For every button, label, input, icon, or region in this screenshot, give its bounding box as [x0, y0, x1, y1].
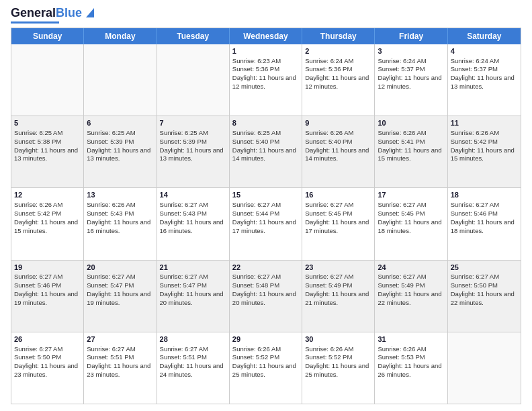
sunrise-text: Sunrise: 6:27 AM [14, 345, 81, 354]
day-number: 24 [378, 263, 444, 273]
daylight-text: Daylight: 11 hours and 16 minutes. [87, 218, 153, 236]
sunrise-text: Sunrise: 6:27 AM [87, 273, 153, 281]
daylight-text: Daylight: 11 hours and 22 minutes. [378, 290, 444, 308]
daylight-text: Daylight: 11 hours and 23 minutes. [14, 362, 81, 379]
day-number: 3 [378, 46, 444, 56]
daylight-text: Daylight: 11 hours and 26 minutes. [378, 362, 444, 379]
day-number: 8 [232, 118, 299, 128]
sunrise-text: Sunrise: 6:26 AM [87, 201, 153, 210]
day-number: 28 [160, 334, 226, 345]
logo-text: GeneralBlue [11, 7, 82, 20]
sunset-text: Sunset: 5:53 PM [378, 353, 444, 362]
day-number: 5 [14, 118, 81, 128]
calendar-cell: 29Sunrise: 6:26 AMSunset: 5:52 PMDayligh… [230, 332, 302, 404]
calendar-cell: 2Sunrise: 6:24 AMSunset: 5:36 PMDaylight… [302, 44, 375, 116]
sunrise-text: Sunrise: 6:26 AM [451, 129, 518, 138]
sunset-text: Sunset: 5:48 PM [232, 281, 299, 290]
calendar-cell: 15Sunrise: 6:27 AMSunset: 5:44 PMDayligh… [230, 188, 302, 259]
sunrise-text: Sunrise: 6:25 AM [160, 129, 226, 138]
daylight-text: Daylight: 11 hours and 21 minutes. [305, 290, 371, 308]
sunset-text: Sunset: 5:51 PM [160, 353, 226, 362]
sunrise-text: Sunrise: 6:27 AM [305, 201, 371, 210]
sunrise-text: Sunrise: 6:26 AM [378, 129, 444, 138]
calendar-cell: 17Sunrise: 6:27 AMSunset: 5:45 PMDayligh… [375, 188, 447, 259]
daylight-text: Daylight: 11 hours and 19 minutes. [87, 290, 153, 308]
daylight-text: Daylight: 11 hours and 15 minutes. [14, 218, 81, 236]
sunset-text: Sunset: 5:42 PM [451, 138, 518, 146]
svg-marker-0 [86, 8, 94, 17]
day-number: 18 [451, 190, 518, 200]
calendar-cell: 18Sunrise: 6:27 AMSunset: 5:46 PMDayligh… [448, 188, 521, 259]
day-number: 10 [378, 118, 444, 128]
calendar-cell: 4Sunrise: 6:24 AMSunset: 5:37 PMDaylight… [448, 44, 521, 116]
sunrise-text: Sunrise: 6:27 AM [14, 273, 81, 281]
day-number: 29 [232, 334, 299, 345]
day-number: 21 [160, 263, 226, 273]
calendar-cell: 26Sunrise: 6:27 AMSunset: 5:50 PMDayligh… [11, 332, 84, 404]
sunrise-text: Sunrise: 6:24 AM [451, 57, 518, 66]
daylight-text: Daylight: 11 hours and 17 minutes. [305, 218, 371, 236]
sunrise-text: Sunrise: 6:26 AM [378, 345, 444, 354]
sunset-text: Sunset: 5:37 PM [378, 65, 444, 74]
calendar-cell: 24Sunrise: 6:27 AMSunset: 5:49 PMDayligh… [375, 261, 447, 332]
daylight-text: Daylight: 11 hours and 20 minutes. [160, 290, 226, 308]
sunset-text: Sunset: 5:37 PM [451, 65, 518, 74]
daylight-text: Daylight: 11 hours and 23 minutes. [87, 362, 153, 379]
day-number: 31 [378, 334, 444, 345]
day-number: 2 [305, 46, 371, 56]
day-number: 16 [305, 190, 371, 200]
sunrise-text: Sunrise: 6:27 AM [305, 273, 371, 281]
calendar-week-2: 5Sunrise: 6:25 AMSunset: 5:38 PMDaylight… [11, 116, 521, 187]
day-number: 26 [14, 334, 81, 345]
calendar-cell: 16Sunrise: 6:27 AMSunset: 5:45 PMDayligh… [302, 188, 375, 259]
sunset-text: Sunset: 5:36 PM [305, 65, 371, 74]
day-number: 25 [451, 263, 518, 273]
daylight-text: Daylight: 11 hours and 17 minutes. [232, 218, 299, 236]
sunrise-text: Sunrise: 6:27 AM [378, 201, 444, 210]
daylight-text: Daylight: 11 hours and 20 minutes. [232, 290, 299, 308]
sunset-text: Sunset: 5:47 PM [87, 281, 153, 290]
header-day-monday: Monday [84, 28, 157, 44]
calendar-body: 1Sunrise: 6:23 AMSunset: 5:36 PMDaylight… [11, 44, 521, 404]
logo-triangle-icon [83, 5, 97, 19]
daylight-text: Daylight: 11 hours and 25 minutes. [305, 362, 371, 379]
sunrise-text: Sunrise: 6:27 AM [87, 345, 153, 354]
sunrise-text: Sunrise: 6:25 AM [232, 129, 299, 138]
sunrise-text: Sunrise: 6:27 AM [160, 345, 226, 354]
calendar-cell: 1Sunrise: 6:23 AMSunset: 5:36 PMDaylight… [230, 44, 302, 116]
calendar-header: SundayMondayTuesdayWednesdayThursdayFrid… [11, 28, 521, 44]
sunset-text: Sunset: 5:43 PM [160, 210, 226, 218]
calendar-cell: 31Sunrise: 6:26 AMSunset: 5:53 PMDayligh… [375, 332, 447, 404]
sunrise-text: Sunrise: 6:27 AM [451, 273, 518, 281]
calendar-cell: 19Sunrise: 6:27 AMSunset: 5:46 PMDayligh… [11, 261, 84, 332]
logo: GeneralBlue [11, 7, 97, 24]
sunrise-text: Sunrise: 6:24 AM [305, 57, 371, 66]
logo-underline [11, 21, 59, 24]
day-number: 23 [305, 263, 371, 273]
calendar-cell: 5Sunrise: 6:25 AMSunset: 5:38 PMDaylight… [11, 116, 84, 187]
day-number: 20 [87, 263, 153, 273]
calendar-cell: 3Sunrise: 6:24 AMSunset: 5:37 PMDaylight… [375, 44, 447, 116]
day-number: 11 [451, 118, 518, 128]
header-day-sunday: Sunday [11, 28, 84, 44]
sunrise-text: Sunrise: 6:25 AM [87, 129, 153, 138]
sunset-text: Sunset: 5:52 PM [305, 353, 371, 362]
daylight-text: Daylight: 11 hours and 12 minutes. [378, 74, 444, 91]
sunset-text: Sunset: 5:46 PM [451, 210, 518, 218]
sunset-text: Sunset: 5:42 PM [14, 210, 81, 218]
day-number: 15 [232, 190, 299, 200]
day-number: 1 [232, 46, 299, 56]
sunset-text: Sunset: 5:39 PM [160, 138, 226, 146]
day-number: 22 [232, 263, 299, 273]
daylight-text: Daylight: 11 hours and 13 minutes. [14, 146, 81, 164]
sunset-text: Sunset: 5:38 PM [14, 138, 81, 146]
page: GeneralBlue SundayMondayTuesdayWednesday… [0, 0, 532, 411]
sunset-text: Sunset: 5:52 PM [232, 353, 299, 362]
sunrise-text: Sunrise: 6:27 AM [451, 201, 518, 210]
calendar-week-3: 12Sunrise: 6:26 AMSunset: 5:42 PMDayligh… [11, 187, 521, 259]
daylight-text: Daylight: 11 hours and 24 minutes. [160, 362, 226, 379]
day-number: 6 [87, 118, 153, 128]
calendar-cell: 28Sunrise: 6:27 AMSunset: 5:51 PMDayligh… [157, 332, 230, 404]
sunset-text: Sunset: 5:46 PM [14, 281, 81, 290]
daylight-text: Daylight: 11 hours and 18 minutes. [378, 218, 444, 236]
